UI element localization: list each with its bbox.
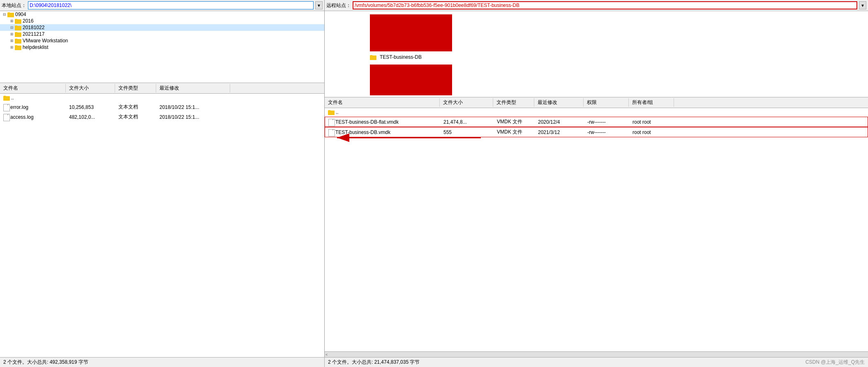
folder-icon-2016	[15, 18, 21, 24]
left-file-header: 文件名 文件大小 文件类型 最近修改	[0, 83, 324, 94]
left-file-row-parent[interactable]: ..	[0, 94, 324, 102]
remote-type-flat-vmdk: VMDK 文件	[494, 118, 535, 126]
left-file-size-errorlog: 10,256,853	[66, 104, 115, 111]
remote-row-vmdk[interactable]: TEST-business-DB.vmdk 555 VMDK 文件 2021/3…	[325, 127, 868, 137]
folder-icon-20211217	[15, 31, 21, 37]
left-col-modified[interactable]: 最近修改	[156, 84, 230, 92]
left-file-name-parent: ..	[0, 94, 66, 102]
folder-icon-0904	[7, 12, 14, 17]
tree-text-2016: 2016	[23, 18, 34, 24]
remote-file-list[interactable]: .. TEST-business-DB-flat.vmdk 21,474,8..…	[325, 108, 868, 351]
remote-col-owner[interactable]: 所有者/组	[629, 98, 674, 107]
folder-icon-20181022	[15, 25, 21, 30]
left-col-name[interactable]: 文件名	[0, 84, 66, 92]
left-path-input[interactable]	[28, 1, 314, 9]
bottom-status-right: 2 个文件。大小总共: 21,474,837,035 字节 CSDN @上海_运…	[325, 358, 868, 367]
left-file-modified-parent	[156, 97, 230, 99]
remote-tree[interactable]: TEST-business-DB	[325, 11, 868, 97]
left-file-size-accesslog: 482,102,0...	[66, 113, 115, 121]
remote-owner-flat-vmdk: root root	[629, 118, 674, 126]
left-file-type-errorlog: 文本文档	[115, 103, 156, 111]
left-col-type[interactable]: 文件类型	[115, 84, 156, 92]
left-panel: 本地站点： ▼ ⊟ 0904 ⊞ 2016 ⊟	[0, 0, 325, 357]
tree-text-20181022: 20181022	[23, 25, 44, 30]
remote-folder-icon	[370, 54, 376, 60]
file-icon-accesslog	[3, 114, 9, 120]
right-path-input[interactable]	[353, 1, 857, 9]
remote-name-vmdk: TEST-business-DB.vmdk	[325, 128, 440, 136]
tree-text-0904: 0904	[15, 12, 26, 17]
tree-item-vmware[interactable]: ⊞ VMware Workstation	[0, 37, 324, 44]
remote-modified-parent	[534, 111, 584, 113]
folder-icon-helpdesklist	[15, 44, 21, 50]
remote-perm-vmdk: -rw-------	[584, 129, 629, 136]
tree-item-20181022[interactable]: ⊟ 20181022	[0, 24, 324, 31]
file-icon-errorlog	[3, 104, 9, 111]
remote-name-flat-vmdk: TEST-business-DB-flat.vmdk	[325, 118, 440, 126]
tree-expander-vmware[interactable]: ⊞	[9, 38, 15, 44]
tree-expander-2016[interactable]: ⊞	[9, 18, 15, 24]
remote-col-modified[interactable]: 最近修改	[534, 98, 584, 107]
right-path-bar: 远程站点： ▼	[325, 0, 868, 11]
right-path-label: 远程站点：	[326, 2, 351, 9]
remote-folder-name: TEST-business-DB	[380, 54, 422, 60]
remote-col-type[interactable]: 文件类型	[493, 98, 534, 107]
remote-size-vmdk: 555	[440, 129, 494, 136]
remote-size-parent	[440, 111, 493, 113]
left-file-name-accesslog: access.log	[0, 113, 66, 121]
file-icon-flat-vmdk	[328, 119, 334, 125]
tree-item-helpdesklist[interactable]: ⊞ helpdesklist	[0, 44, 324, 51]
left-file-list[interactable]: .. error.log 10,256,853 文本文档 2018/10/22 …	[0, 94, 324, 357]
right-panel: 远程站点： ▼ TEST-business-DB 文件名 文件大小 文件类型 最…	[325, 0, 868, 357]
remote-type-vmdk: VMDK 文件	[494, 128, 535, 136]
remote-perm-parent	[584, 111, 629, 113]
tree-item-2016[interactable]: ⊞ 2016	[0, 18, 324, 24]
tree-item-0904[interactable]: ⊟ 0904	[0, 11, 324, 18]
remote-owner-vmdk: root root	[629, 129, 674, 136]
remote-name-parent: ..	[325, 108, 440, 116]
left-col-size[interactable]: 文件大小	[66, 84, 115, 92]
red-block-1	[370, 14, 452, 51]
tree-item-20211217[interactable]: ⊞ 20211217	[0, 31, 324, 37]
remote-perm-flat-vmdk: -rw-------	[584, 118, 629, 126]
left-path-bar: 本地站点： ▼	[0, 0, 324, 11]
left-file-row-accesslog[interactable]: access.log 482,102,0... 文本文档 2018/10/22 …	[0, 112, 324, 122]
left-file-modified-errorlog: 2018/10/22 15:1...	[156, 104, 230, 111]
left-tree-panel[interactable]: ⊟ 0904 ⊞ 2016 ⊟ 20181022 ⊞	[0, 11, 324, 83]
remote-col-name[interactable]: 文件名	[325, 98, 440, 107]
tree-expander-20181022[interactable]: ⊟	[9, 25, 15, 30]
hscrollbar[interactable]: <	[325, 351, 868, 357]
tree-expander-0904[interactable]: ⊟	[2, 12, 7, 17]
remote-folder-icon-parent	[328, 109, 335, 115]
remote-owner-parent	[629, 111, 674, 113]
left-file-size-parent	[66, 97, 115, 99]
right-path-dropdown[interactable]: ▼	[859, 1, 866, 9]
remote-row-parent[interactable]: ..	[325, 108, 868, 117]
folder-icon-vmware	[15, 38, 21, 44]
tree-text-vmware: VMware Workstation	[23, 38, 68, 44]
tree-expander-helpdesklist[interactable]: ⊞	[9, 44, 15, 50]
left-path-dropdown[interactable]: ▼	[315, 1, 323, 9]
left-file-name-errorlog: error.log	[0, 103, 66, 111]
remote-folder-row[interactable]: TEST-business-DB	[370, 54, 422, 60]
bottom-status-left: 2 个文件。大小总共: 492,358,919 字节	[0, 358, 325, 367]
bottom-status-bar: 2 个文件。大小总共: 492,358,919 字节 2 个文件。大小总共: 2…	[0, 357, 868, 367]
left-file-modified-accesslog: 2018/10/22 15:1...	[156, 113, 230, 121]
watermark: CSDN @上海_运维_Q先生	[806, 359, 865, 366]
tree-text-helpdesklist: helpdesklist	[23, 44, 48, 50]
remote-col-size[interactable]: 文件大小	[440, 98, 493, 107]
remote-row-flat-vmdk[interactable]: TEST-business-DB-flat.vmdk 21,474,8... V…	[325, 117, 868, 127]
remote-type-parent	[493, 111, 534, 113]
remote-col-perm[interactable]: 权限	[584, 98, 629, 107]
bottom-status-right-text: 2 个文件。大小总共: 21,474,837,035 字节	[328, 359, 420, 366]
left-path-label: 本地站点：	[2, 2, 26, 9]
file-icon-vmdk	[328, 129, 334, 136]
remote-modified-flat-vmdk: 2020/12/4	[535, 118, 584, 126]
tree-text-20211217: 20211217	[23, 31, 44, 37]
tree-expander-20211217[interactable]: ⊞	[9, 31, 15, 37]
remote-file-header: 文件名 文件大小 文件类型 最近修改 权限 所有者/组	[325, 97, 868, 108]
left-file-type-accesslog: 文本文档	[115, 113, 156, 121]
remote-modified-vmdk: 2021/3/12	[535, 129, 584, 136]
left-file-row-errorlog[interactable]: error.log 10,256,853 文本文档 2018/10/22 15:…	[0, 102, 324, 112]
folder-icon-parent	[3, 95, 10, 101]
